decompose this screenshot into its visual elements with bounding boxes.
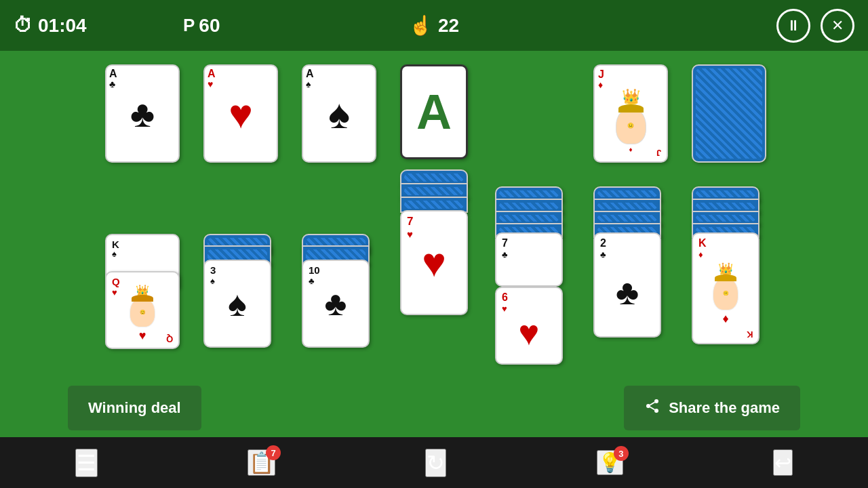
winning-deal-label: Winning deal [88, 399, 181, 417]
menu-button[interactable]: ☰ [75, 449, 98, 477]
share-game-button[interactable]: Share the game [624, 386, 800, 430]
top-controls: ⏸ ✕ [776, 9, 854, 43]
svg-point-0 [654, 399, 658, 403]
pause-button[interactable]: ⏸ [776, 9, 810, 43]
menu-icon: ☰ [77, 450, 96, 476]
card-7-clubs[interactable]: 7 ♣ [495, 232, 563, 287]
card-3-spades[interactable]: 3 ♠ ♠ [203, 260, 271, 348]
points-icon: P [183, 15, 195, 36]
points-section: P 60 [183, 15, 220, 37]
card-ace-spades[interactable]: A ♠ ♠ [302, 64, 376, 163]
card-ace-clubs[interactable]: A ♣ ♣ [105, 64, 180, 163]
hand-icon: ☝ [409, 14, 433, 37]
restart-icon: ↻ [427, 450, 445, 476]
close-button[interactable]: ✕ [821, 9, 854, 43]
close-icon: ✕ [831, 17, 844, 35]
share-icon [644, 398, 660, 418]
pause-icon: ⏸ [786, 17, 801, 35]
card-6-hearts[interactable]: 6 ♥ ♥ [495, 287, 563, 365]
winning-deal-button[interactable]: Winning deal [68, 386, 201, 430]
restart-button[interactable]: ↻ [425, 449, 446, 477]
moves-display: 22 [438, 15, 459, 37]
card-10-clubs[interactable]: 10 ♣ ♣ [302, 260, 370, 348]
hints-button[interactable]: 💡 3 [597, 450, 623, 475]
share-game-label: Share the game [669, 399, 780, 417]
points-display: 60 [199, 15, 220, 37]
card-king-diamonds[interactable]: K ♦ 👑 😐 ♦ K [692, 232, 760, 344]
hints-badge: 3 [614, 446, 629, 461]
svg-line-4 [650, 403, 655, 405]
bottom-bar: ☰ 📋 7 ↻ 💡 3 ↩ [0, 437, 868, 488]
undo-button[interactable]: ↩ [773, 449, 793, 476]
timer-icon: ⏱ [14, 14, 33, 37]
top-bar: ⏱ 01:04 P 60 ☝ 22 ⏸ ✕ [0, 0, 868, 51]
svg-line-3 [650, 407, 655, 410]
card-a-highlighted[interactable]: A [400, 64, 468, 159]
card-jack-diamonds[interactable]: J ♦ 👑 😐 ♦ J [593, 64, 668, 163]
game-area: A ♣ ♣ A ♥ ♥ A ♠ ♠ A J ♦ 👑 [0, 51, 868, 437]
card-7-hearts[interactable]: 7 ♥ ♥ [400, 210, 468, 315]
tasks-badge: 7 [266, 445, 281, 460]
undo-icon: ↩ [774, 451, 791, 474]
card-2-clubs[interactable]: 2 ♣ ♣ [593, 232, 661, 338]
tasks-button[interactable]: 📋 7 [248, 449, 275, 476]
card-queen-hearts[interactable]: Q ♥ 👑 😊 ♥ Q [105, 271, 180, 349]
card-ace-hearts[interactable]: A ♥ ♥ [203, 64, 278, 163]
timer-section: ⏱ 01:04 [14, 14, 87, 37]
timer-display: 01:04 [38, 15, 87, 37]
card-back-1[interactable] [692, 64, 766, 163]
svg-point-1 [646, 404, 650, 408]
moves-section: ☝ 22 [409, 14, 459, 37]
action-buttons: Winning deal Share the game [0, 386, 868, 430]
svg-point-2 [654, 409, 658, 413]
